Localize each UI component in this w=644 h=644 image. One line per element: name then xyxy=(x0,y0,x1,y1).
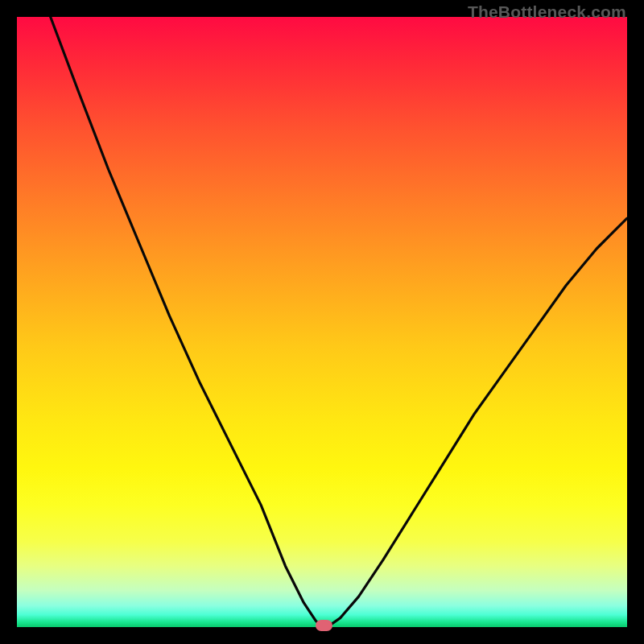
curve-svg xyxy=(17,17,627,627)
minimum-marker xyxy=(316,620,332,631)
bottleneck-curve xyxy=(51,17,627,626)
chart-container: TheBottleneck.com xyxy=(0,0,644,644)
